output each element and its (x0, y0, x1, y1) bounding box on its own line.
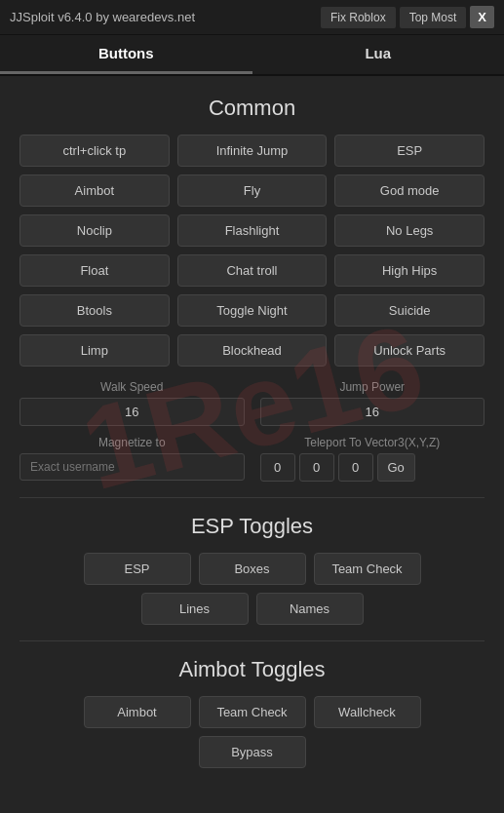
float-button[interactable]: Float (19, 254, 170, 287)
walk-speed-select[interactable]: 16 32 50 100 (19, 398, 245, 426)
esp-toggles-title: ESP Toggles (19, 514, 485, 539)
jump-power-select[interactable]: 16 50 100 200 (260, 398, 485, 426)
top-most-button[interactable]: Top Most (400, 7, 467, 28)
app-window: 1Re16 JJSploit v6.4.0 by wearedevs.net F… (0, 0, 504, 813)
lines-toggle-button[interactable]: Lines (141, 593, 249, 625)
teleport-label: Teleport To Vector3(X,Y,Z) (260, 436, 485, 449)
common-section: Common ctrl+click tp Infinite Jump ESP A… (19, 96, 485, 367)
infinite-jump-button[interactable]: Infinite Jump (177, 135, 328, 167)
flashlight-button[interactable]: Flashlight (177, 214, 328, 247)
chat-troll-button[interactable]: Chat troll (177, 254, 328, 287)
teleport-z-input[interactable] (338, 453, 373, 482)
teleport-group: Teleport To Vector3(X,Y,Z) Go (260, 436, 485, 482)
common-button-grid: ctrl+click tp Infinite Jump ESP Aimbot F… (19, 135, 485, 367)
speed-power-row: Walk Speed 16 32 50 100 Jump Power 16 50… (19, 380, 485, 426)
title-bar-actions: Fix Roblox Top Most X (321, 6, 494, 28)
common-title: Common (19, 96, 485, 121)
noclip-button[interactable]: Noclip (19, 214, 170, 247)
divider-2 (19, 640, 485, 641)
aimbot-toggles-title: Aimbot Toggles (19, 657, 485, 682)
esp-buttons-row1: ESP Boxes Team Check (19, 553, 485, 585)
blockhead-button[interactable]: Blockhead (177, 334, 328, 367)
fix-roblox-button[interactable]: Fix Roblox (321, 7, 396, 28)
esp-common-button[interactable]: ESP (334, 135, 485, 167)
tab-lua[interactable]: Lua (252, 35, 505, 74)
aimbot-toggles-section: Aimbot Toggles Aimbot Team Check Wallche… (19, 657, 485, 768)
magnetize-label: Magnetize to (19, 436, 245, 449)
esp-toggles-section: ESP Toggles ESP Boxes Team Check Lines N… (19, 514, 485, 625)
unlock-parts-button[interactable]: Unlock Parts (334, 334, 485, 367)
teleport-x-input[interactable] (260, 453, 295, 482)
limp-button[interactable]: Limp (19, 334, 170, 367)
app-title: JJSploit v6.4.0 by wearedevs.net (10, 10, 195, 24)
god-mode-button[interactable]: God mode (334, 174, 485, 207)
suicide-button[interactable]: Suicide (334, 294, 485, 327)
aimbot-toggle-button[interactable]: Aimbot (84, 696, 191, 728)
toggle-night-button[interactable]: Toggle Night (177, 294, 328, 327)
walk-speed-group: Walk Speed 16 32 50 100 (19, 380, 245, 426)
names-toggle-button[interactable]: Names (256, 593, 364, 625)
boxes-toggle-button[interactable]: Boxes (199, 553, 306, 585)
btools-button[interactable]: Btools (19, 294, 170, 327)
magnetize-input[interactable] (19, 453, 245, 481)
divider-1 (19, 497, 485, 498)
walk-speed-label: Walk Speed (19, 380, 245, 394)
mag-tp-row: Magnetize to Teleport To Vector3(X,Y,Z) … (19, 436, 485, 482)
teleport-inputs: Go (260, 453, 485, 482)
aimbot-buttons-row2: Bypass (19, 736, 485, 768)
main-content: Common ctrl+click tp Infinite Jump ESP A… (0, 76, 504, 813)
teleport-go-button[interactable]: Go (377, 453, 415, 482)
teleport-y-input[interactable] (299, 453, 334, 482)
no-legs-button[interactable]: No Legs (334, 214, 485, 247)
ctrl-click-tp-button[interactable]: ctrl+click tp (19, 135, 170, 167)
aimbot-common-button[interactable]: Aimbot (19, 174, 170, 207)
bypass-button[interactable]: Bypass (199, 736, 306, 768)
team-check-aimbot-button[interactable]: Team Check (199, 696, 306, 728)
tab-bar: Buttons Lua (0, 35, 504, 76)
esp-toggle-button[interactable]: ESP (84, 553, 191, 585)
title-bar: JJSploit v6.4.0 by wearedevs.net Fix Rob… (0, 0, 504, 35)
team-check-esp-button[interactable]: Team Check (314, 553, 421, 585)
wallcheck-button[interactable]: Wallcheck (314, 696, 421, 728)
aimbot-buttons-row1: Aimbot Team Check Wallcheck (19, 696, 485, 728)
magnetize-group: Magnetize to (19, 436, 245, 482)
close-button[interactable]: X (470, 6, 494, 28)
jump-power-label: Jump Power (260, 380, 485, 394)
fly-button[interactable]: Fly (177, 174, 328, 207)
high-hips-button[interactable]: High Hips (334, 254, 485, 287)
tab-buttons[interactable]: Buttons (0, 35, 252, 74)
jump-power-group: Jump Power 16 50 100 200 (260, 380, 485, 426)
esp-buttons-row2: Lines Names (19, 593, 485, 625)
